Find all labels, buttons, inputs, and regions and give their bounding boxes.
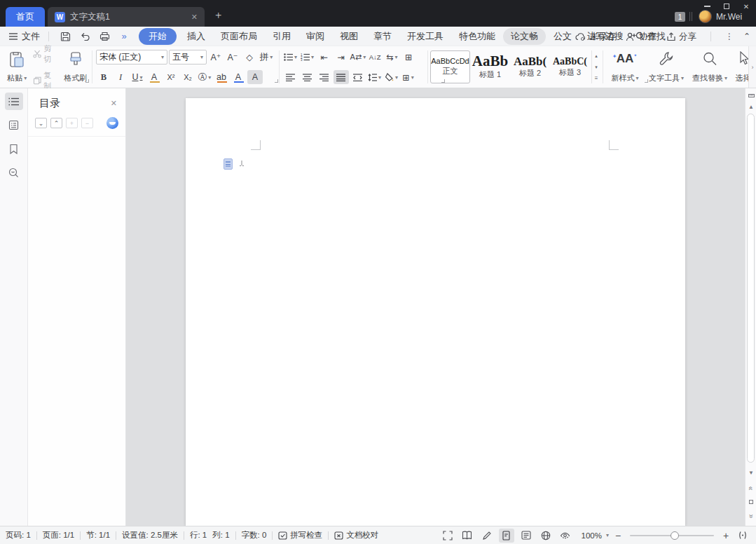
insert-table-grid-button[interactable]: ⊞: [401, 50, 416, 64]
align-left-button[interactable]: [283, 70, 298, 84]
undo-button[interactable]: [77, 29, 92, 43]
status-column[interactable]: 列: 1: [212, 530, 229, 540]
clipboard-dialog-launcher[interactable]: [85, 79, 89, 83]
document-tab[interactable]: W 文字文稿1: [48, 7, 205, 27]
save-status[interactable]: 未保存: [575, 31, 616, 43]
ruler-toggle-button[interactable]: [745, 90, 756, 101]
zoom-in-button[interactable]: +: [721, 530, 731, 541]
toc-rail-button[interactable]: [5, 93, 23, 110]
fit-page-button[interactable]: [735, 529, 750, 543]
toc-collapse-all-button[interactable]: ⌄: [35, 118, 47, 128]
scroll-down-arrow[interactable]: ▼: [745, 467, 756, 478]
previous-page-button[interactable]: «: [745, 482, 756, 494]
toc-expand-all-button[interactable]: ⌃: [50, 118, 62, 128]
tab-section[interactable]: 章节: [366, 28, 399, 45]
zoom-level-dropdown[interactable]: 100%: [582, 531, 609, 540]
status-section[interactable]: 节: 1/1: [86, 530, 110, 540]
zoom-slider[interactable]: [630, 535, 714, 536]
text-tools-button[interactable]: 文字工具: [645, 49, 688, 85]
document-canvas[interactable]: [126, 88, 745, 526]
write-mode-button[interactable]: [479, 529, 495, 543]
clear-format-button[interactable]: ◇: [242, 50, 257, 64]
style-heading2[interactable]: AaBb( 标题 2: [510, 50, 550, 83]
copy-button[interactable]: 复制: [33, 70, 59, 91]
zoom-out-button[interactable]: −: [613, 530, 623, 541]
toc-close-button[interactable]: [111, 99, 117, 108]
align-center-button[interactable]: [300, 70, 315, 84]
collapse-ribbon-button[interactable]: [743, 32, 750, 41]
tab-insert[interactable]: 插入: [179, 28, 213, 45]
font-name-combo[interactable]: 宋体 (正文): [96, 50, 167, 64]
new-style-button[interactable]: AA✦✦ 新样式: [605, 49, 645, 85]
search-rail-button[interactable]: [5, 164, 23, 182]
spell-check-button[interactable]: 拼写检查: [278, 530, 322, 540]
grow-font-button[interactable]: A⁺: [208, 50, 224, 64]
borders-button[interactable]: ⊞: [401, 70, 416, 84]
save-button[interactable]: [57, 29, 73, 43]
shrink-font-button[interactable]: A⁻: [225, 50, 240, 64]
cjk-layout-button[interactable]: ⇆: [384, 50, 399, 64]
status-page-number[interactable]: 页码: 1: [6, 530, 31, 540]
outline-view-button[interactable]: [518, 529, 534, 543]
status-line[interactable]: 行: 1: [190, 530, 207, 540]
tab-dev-tools[interactable]: 开发工具: [399, 28, 451, 45]
highlight-color-button[interactable]: ab: [214, 70, 229, 84]
browse-object-button[interactable]: [745, 496, 756, 508]
styles-dialog-launcher[interactable]: [645, 79, 648, 83]
paste-button[interactable]: 粘贴: [4, 49, 30, 85]
zoom-slider-knob[interactable]: [671, 531, 679, 540]
bold-button[interactable]: B: [96, 70, 111, 84]
annotation-rail-button[interactable]: [5, 116, 23, 134]
share-button[interactable]: 分享: [666, 31, 696, 43]
smart-assistant-icon[interactable]: [224, 158, 233, 170]
doc-proof-button[interactable]: 文档校对: [334, 530, 378, 540]
tab-review[interactable]: 审阅: [298, 28, 332, 45]
font-dialog-launcher[interactable]: [275, 79, 278, 83]
print-button[interactable]: [97, 29, 112, 43]
tab-paper-tools[interactable]: 论文畅: [503, 28, 546, 45]
toc-promote-button[interactable]: +: [66, 118, 78, 128]
bookmark-rail-button[interactable]: [5, 140, 23, 158]
user-avatar[interactable]: [699, 10, 712, 23]
scroll-up-arrow[interactable]: ▲: [745, 101, 756, 112]
vertical-scrollbar[interactable]: ▲ ▼ « «: [745, 88, 756, 526]
phonetic-guide-button[interactable]: 拼: [259, 50, 274, 64]
tab-references[interactable]: 引用: [265, 28, 298, 45]
styles-more-button[interactable]: ≡: [592, 72, 600, 83]
status-page-count[interactable]: 页面: 1/1: [43, 530, 74, 540]
web-layout-button[interactable]: [538, 529, 554, 543]
ai-assistant-button[interactable]: [106, 117, 118, 129]
document-page[interactable]: [186, 98, 685, 526]
next-page-button[interactable]: «: [745, 510, 756, 522]
ribbon-expand-strip[interactable]: ›: [748, 46, 756, 88]
style-normal[interactable]: AaBbCcDd 正文: [430, 50, 470, 83]
italic-button[interactable]: I: [113, 70, 128, 84]
toc-demote-button[interactable]: −: [81, 118, 93, 128]
eye-protect-button[interactable]: [558, 529, 573, 543]
cut-button[interactable]: 剪切: [33, 43, 59, 64]
align-right-button[interactable]: [317, 70, 332, 84]
tab-official-doc[interactable]: 公文: [546, 28, 579, 45]
status-margin-setting[interactable]: 设置值: 2.5厘米: [122, 530, 178, 540]
status-word-count[interactable]: 字数: 0: [242, 530, 267, 540]
tab-view[interactable]: 视图: [332, 28, 366, 45]
styles-scroll-down[interactable]: ▾: [592, 62, 600, 73]
style-heading1[interactable]: AaBb 标题 1: [470, 50, 510, 83]
tab-special-features[interactable]: 特色功能: [451, 28, 503, 45]
collaborate-button[interactable]: 协作: [626, 31, 657, 43]
print-layout-button[interactable]: [499, 529, 514, 543]
bullet-list-button[interactable]: [283, 50, 298, 64]
font-color-button[interactable]: A: [231, 70, 246, 84]
style-heading3[interactable]: AaBbC( 标题 3: [550, 50, 590, 83]
character-shading-button[interactable]: A: [247, 70, 263, 84]
tab-home[interactable]: 开始: [139, 28, 177, 45]
numbered-list-button[interactable]: 123: [300, 50, 315, 64]
underline-button[interactable]: U: [130, 70, 145, 84]
line-spacing-button[interactable]: [367, 70, 383, 84]
read-mode-button[interactable]: [460, 529, 475, 543]
more-quick-commands[interactable]: [116, 29, 132, 43]
fullscreen-button[interactable]: [440, 529, 455, 543]
justify-button[interactable]: [334, 70, 349, 84]
subscript-button[interactable]: X₂: [180, 70, 195, 84]
close-window-button[interactable]: [736, 0, 756, 13]
